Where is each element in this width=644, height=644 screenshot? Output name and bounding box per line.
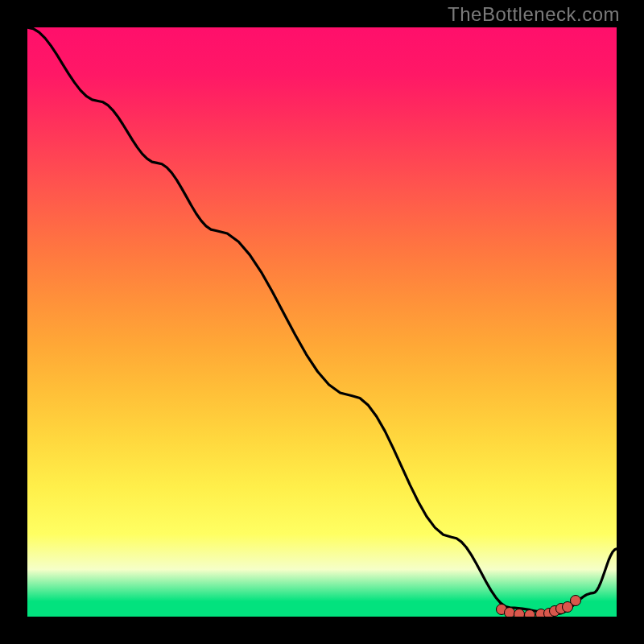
marker-point [570, 595, 581, 606]
plot-area [27, 27, 617, 617]
marker-point [524, 609, 535, 617]
marker-point [514, 609, 525, 617]
chart-container: TheBottleneck.com [0, 0, 644, 644]
line-series [27, 27, 617, 613]
watermark-text: TheBottleneck.com [448, 3, 620, 26]
curve-layer [27, 27, 617, 617]
